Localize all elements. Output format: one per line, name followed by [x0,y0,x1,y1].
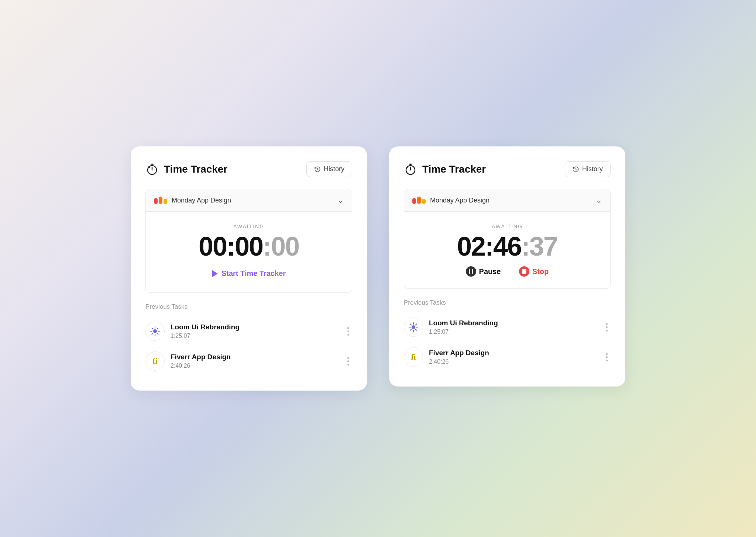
card-header: Time Tracker History [404,161,611,177]
stop-icon [519,266,529,277]
timer-icon [404,163,417,176]
loom-icon [150,326,160,336]
title-group: Time Tracker [404,163,486,176]
pause-label: Pause [479,267,501,276]
task-info: Loom Ui Rebranding 1:25:07 [429,319,498,335]
task-name: Fiverr App Design [429,349,489,357]
monday-logo [412,197,426,204]
task-item: fi Fiverr App Design 2:40:26 [404,342,611,372]
stop-button[interactable]: Stop [519,266,549,277]
card-running: Time Tracker History M [389,146,625,387]
cards-container: Time Tracker History M [131,146,625,391]
play-icon [212,270,218,277]
project-selector[interactable]: Monday App Design ⌄ [145,189,352,212]
svg-point-11 [412,325,415,329]
timer-icon [145,163,159,176]
fiverr-avatar: fi [145,351,165,371]
time-seconds: :37 [521,232,557,261]
time-main: 00:00 [199,232,263,261]
menu-dot [606,356,608,358]
task-time: 1:25:07 [171,333,240,339]
svg-line-19 [410,329,412,330]
chevron-down-icon: ⌄ [596,196,602,205]
svg-line-9 [152,333,153,335]
pause-icon [466,266,476,277]
loom-avatar [145,322,165,341]
task-item: fi Fiverr App Design 2:40:26 [145,346,352,376]
card-title: Time Tracker [164,163,227,175]
menu-dot [606,326,608,328]
monday-logo [154,197,167,204]
menu-dot [347,360,349,362]
start-button[interactable]: Start Time Tracker [206,266,292,281]
menu-dot [347,330,349,332]
project-dropdown[interactable]: Monday App Design ⌄ AWAITING 00:00:00 St… [145,189,352,293]
task-left: Loom Ui Rebranding 1:25:07 [404,318,498,337]
time-main: 02:46 [457,232,521,261]
task-name: Fiverr App Design [171,353,231,361]
awaiting-label: AWAITING [155,224,343,229]
task-menu[interactable] [603,320,611,335]
fiverr-icon: fi [152,356,157,366]
project-name: Monday App Design [430,197,489,204]
task-menu[interactable] [344,354,352,368]
project-selector-left: Monday App Design [154,197,231,204]
task-info: Fiverr App Design 2:40:26 [171,353,231,369]
task-info: Loom Ui Rebranding 1:25:07 [171,323,240,339]
task-item: Loom Ui Rebranding 1:25:07 [404,312,611,342]
task-time: 1:25:07 [429,329,498,335]
timer-display: AWAITING 02:46:37 Pause [404,212,611,289]
svg-line-18 [416,324,417,325]
task-time: 2:40:26 [429,358,489,365]
task-left: Loom Ui Rebranding 1:25:07 [145,322,240,341]
task-left: fi Fiverr App Design 2:40:26 [404,347,489,367]
project-selector[interactable]: Monday App Design ⌄ [404,189,611,212]
project-name: Monday App Design [172,197,231,204]
history-button[interactable]: History [565,161,611,177]
task-name: Loom Ui Rebranding [171,323,240,331]
chevron-down-icon: ⌄ [337,196,344,205]
awaiting-label: AWAITING [413,224,601,229]
fiverr-icon: fi [411,352,416,362]
menu-dot [347,357,349,359]
menu-dot [606,360,608,361]
previous-tasks-label: Previous Tasks [145,303,352,311]
svg-line-7 [157,333,158,335]
card-idle: Time Tracker History M [131,146,367,391]
card-header: Time Tracker History [145,161,352,177]
history-label: History [582,165,603,173]
svg-line-16 [410,324,412,325]
history-label: History [324,165,344,173]
timer-display: AWAITING 00:00:00 Start Time Tracker [145,212,352,293]
title-group: Time Tracker [145,163,227,176]
task-name: Loom Ui Rebranding [429,319,498,327]
history-icon [573,166,579,173]
svg-line-6 [152,328,153,329]
stop-label: Stop [532,267,549,276]
project-dropdown[interactable]: Monday App Design ⌄ AWAITING 02:46:37 Pa… [404,189,611,289]
menu-dot [606,330,608,332]
menu-dot [606,353,608,355]
menu-dot [347,327,349,329]
timer-controls: Pause Stop [413,266,601,277]
task-menu[interactable] [603,350,611,364]
start-label: Start Time Tracker [221,269,286,278]
loom-icon [408,322,419,332]
svg-point-1 [153,329,157,333]
history-button[interactable]: History [306,161,352,177]
task-left: fi Fiverr App Design 2:40:26 [145,351,231,371]
time-value: 02:46:37 [413,233,601,260]
card-title: Time Tracker [422,163,486,175]
pause-button[interactable]: Pause [466,266,501,277]
project-selector-left: Monday App Design [412,197,489,204]
svg-line-17 [416,329,417,330]
task-menu[interactable] [344,324,352,339]
history-icon [314,166,321,173]
loom-avatar [404,318,423,337]
menu-dot [347,364,349,365]
task-time: 2:40:26 [171,363,231,369]
controls-divider [510,266,511,277]
previous-tasks-label: Previous Tasks [404,299,611,306]
task-item: Loom Ui Rebranding 1:25:07 [145,316,352,346]
menu-dot [606,323,608,325]
